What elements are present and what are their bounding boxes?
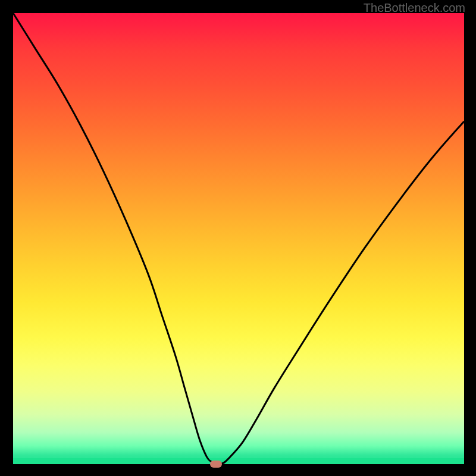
plot-area xyxy=(13,13,464,464)
bottleneck-curve xyxy=(13,13,464,464)
watermark-text: TheBottleneck.com xyxy=(364,1,465,15)
minimum-marker xyxy=(210,461,222,468)
chart-container: TheBottleneck.com xyxy=(0,0,476,476)
